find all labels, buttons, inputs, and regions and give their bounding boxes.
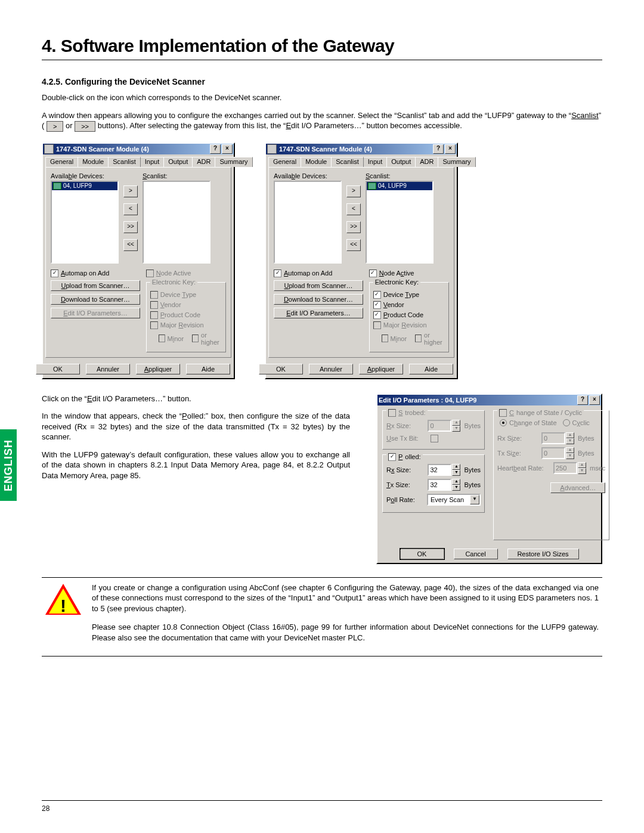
close-icon[interactable]: × (589, 395, 600, 405)
devtype-checkbox[interactable]: ✓Device Type (373, 291, 445, 299)
add-all-button-inline: >> (75, 121, 95, 132)
tab-input[interactable]: Input (140, 157, 164, 167)
list-item[interactable]: 04, LUFP9 (52, 182, 117, 190)
titlebar: Edit I/O Parameters : 04, LUFP9 ? × (377, 395, 601, 405)
close-icon[interactable]: × (222, 144, 233, 154)
intro-paragraph-2: A window then appears allowing you to co… (42, 110, 602, 132)
tab-output[interactable]: Output (163, 157, 193, 167)
prodcode-checkbox[interactable]: ✓Product Code (373, 311, 445, 319)
remove-button[interactable]: < (123, 203, 138, 215)
cos-group: Change of State / Cyclic Change of State… (493, 410, 609, 540)
polled-rx-input[interactable]: 32 (428, 464, 451, 476)
majrev-checkbox: Major Revision (373, 321, 445, 329)
available-label: Available Devices: (274, 172, 342, 179)
available-label: Available Devices: (51, 172, 119, 179)
tab-input[interactable]: Input (363, 157, 387, 167)
close-icon[interactable]: × (445, 144, 456, 154)
add-all-button[interactable]: >> (123, 221, 138, 233)
tab-scanlist[interactable]: Scanlist (108, 157, 141, 167)
dialog-tabs: General Module Scanlist Input Output ADR… (268, 157, 454, 167)
footer-rule (42, 800, 602, 801)
tab-output[interactable]: Output (386, 157, 416, 167)
ok-button[interactable]: OK (400, 549, 444, 559)
intro-paragraph-1: Double-click on the icon which correspon… (42, 92, 602, 103)
remove-button[interactable]: < (346, 203, 361, 215)
add-all-button[interactable]: >> (346, 221, 361, 233)
tab-adr[interactable]: ADR (192, 157, 215, 167)
cancel-button[interactable]: Annuler (309, 364, 353, 374)
intro-text-3: or (63, 121, 75, 130)
remove-all-button[interactable]: << (346, 239, 361, 251)
page-number: 28 (42, 804, 49, 813)
node-active-checkbox[interactable]: ✓Node Active (369, 270, 449, 277)
apply-button[interactable]: Appliquer (359, 364, 403, 374)
page-title: 4. Software Implementation of the Gatewa… (42, 36, 602, 56)
editio-underline: Edit I/O Parameters… (286, 121, 361, 130)
window-title: Edit I/O Parameters : 04, LUFP9 (379, 397, 476, 404)
upload-button[interactable]: Upload from Scanner… (51, 280, 140, 291)
help-icon[interactable]: ? (577, 395, 588, 405)
polled-checkbox[interactable]: ✓Polled: (388, 453, 421, 461)
section-heading: 4.2.5. Configuring the DeviceNet Scanner (42, 77, 602, 86)
cyclic-radio: Cyclic (563, 419, 590, 426)
node-active-checkbox: Node Active (146, 270, 226, 277)
scanlist-underline: Scanlist (571, 111, 599, 120)
upload-button[interactable]: Upload from Scanner… (274, 280, 363, 291)
automap-checkbox[interactable]: ✓Automap on Add (274, 270, 364, 277)
warning-paragraph-1: If you create or change a configuration … (92, 583, 599, 614)
add-button[interactable]: > (123, 185, 138, 197)
scanlist-list[interactable]: 04, LUFP9 (366, 181, 434, 264)
add-single-button-inline: > (47, 121, 63, 132)
editio-dialog: Edit I/O Parameters : 04, LUFP9 ? × Stro… (376, 394, 602, 564)
tab-general[interactable]: General (268, 157, 301, 167)
ok-button[interactable]: OK (259, 364, 303, 374)
dialog-tabs: General Module Scanlist Input Output ADR… (45, 157, 231, 167)
warning-icon: ! (45, 583, 81, 616)
cancel-button[interactable]: Cancel (454, 549, 498, 559)
editio-button[interactable]: Edit I/O Parameters… (274, 308, 363, 318)
tab-scanlist[interactable]: Scanlist (331, 157, 364, 167)
add-button[interactable]: > (346, 185, 361, 197)
help-button[interactable]: Aide (409, 364, 453, 374)
tab-module[interactable]: Module (301, 157, 332, 167)
tab-adr[interactable]: ADR (415, 157, 438, 167)
tab-module[interactable]: Module (78, 157, 109, 167)
scanlist-list[interactable] (143, 181, 210, 264)
tab-summary[interactable]: Summary (215, 157, 252, 167)
download-button[interactable]: Download to Scanner… (274, 294, 363, 305)
cancel-button[interactable]: Annuler (86, 364, 130, 374)
help-button[interactable]: Aide (186, 364, 230, 374)
remove-all-button[interactable]: << (123, 239, 138, 251)
scanner-dialog-after: 1747-SDN Scanner Module (4) ? × General … (265, 143, 458, 379)
help-icon[interactable]: ? (210, 144, 221, 154)
pollrate-combo[interactable]: Every Scan▼ (427, 494, 481, 506)
default-paragraph: With the LUFP9 gateway’s default configu… (42, 450, 350, 481)
apply-button[interactable]: Appliquer (136, 364, 180, 374)
available-list[interactable]: 04, LUFP9 (51, 181, 119, 264)
vendor-checkbox[interactable]: ✓Vendor (373, 301, 445, 309)
title-rule (42, 60, 602, 60)
titlebar: 1747-SDN Scanner Module (4) ? × (266, 144, 457, 154)
tab-summary[interactable]: Summary (438, 157, 475, 167)
titlebar: 1747-SDN Scanner Module (4) ? × (43, 144, 234, 154)
scanlist-label: Scanlist: (143, 172, 210, 179)
scanlist-label: Scanlist: (366, 172, 434, 179)
automap-checkbox[interactable]: ✓Automap on Add (51, 270, 141, 277)
tab-general[interactable]: General (45, 157, 78, 167)
help-icon[interactable]: ? (433, 144, 444, 154)
window-icon (267, 144, 277, 154)
advanced-button: Advanced… (550, 482, 605, 493)
window-title: 1747-SDN Scanner Module (4) (56, 145, 149, 153)
list-item[interactable]: 04, LUFP9 (367, 182, 432, 190)
restore-button[interactable]: Restore I/O Sizes (507, 549, 579, 559)
polled-tx-input[interactable]: 32 (428, 479, 451, 491)
strobed-rx: 0 (428, 420, 451, 432)
editio-button-disabled: Edit I/O Parameters… (51, 308, 140, 318)
polled-paragraph: In the window that appears, check the “P… (42, 411, 350, 442)
electronic-key-group: Electronic Key: Device Type Vendor Produ… (146, 282, 226, 352)
device-icon (368, 182, 376, 190)
ok-button[interactable]: OK (36, 364, 80, 374)
download-button[interactable]: Download to Scanner… (51, 294, 140, 305)
available-list[interactable] (274, 181, 342, 264)
warning-paragraph-2: Please see chapter 10.8 Connection Objec… (92, 622, 599, 643)
